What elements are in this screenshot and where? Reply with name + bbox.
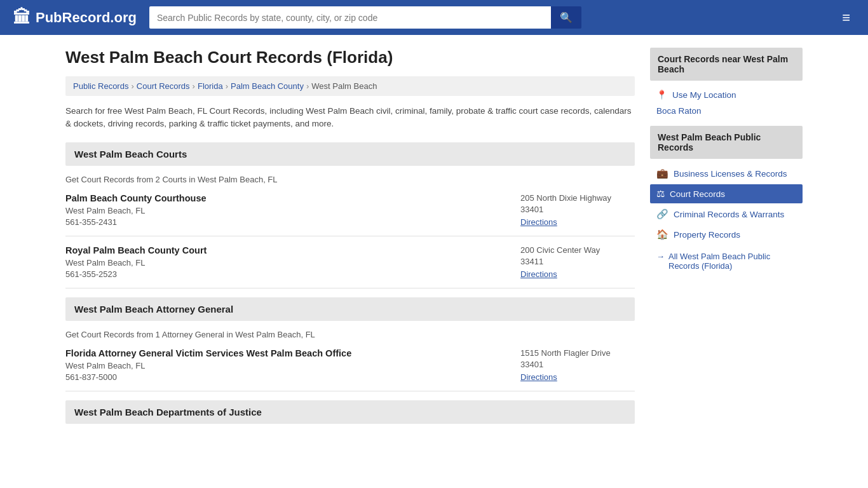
record-city-royal: West Palm Beach, FL [65,258,508,268]
breadcrumb-current: West Palm Beach [311,81,377,91]
briefcase-icon: 💼 [656,168,668,179]
breadcrumb-court-records[interactable]: Court Records [137,81,190,91]
record-entry-ag: Florida Attorney General Victim Services… [65,348,635,391]
record-name-ag: Florida Attorney General Victim Services… [65,348,508,358]
criminal-records-link: Criminal Records & Warrants [674,210,784,219]
use-my-location-label: Use My Location [672,90,736,100]
search-form: 🔍 [149,6,581,29]
record-address-ag: 1515 North Flagler Drive [520,348,635,358]
search-button[interactable]: 🔍 [551,6,581,29]
breadcrumb-sep-2: › [193,81,195,91]
court-records-link: Court Records [670,189,725,199]
doj-section-header: West Palm Beach Departments of Justice [65,400,635,424]
business-licenses-link: Business Licenses & Records [674,169,787,179]
menu-button[interactable]: ≡ [837,7,855,29]
logo-text: PubRecord.org [36,10,137,26]
record-name-royal: Royal Palm Beach County Court [65,245,508,255]
page-description: Search for free West Palm Beach, FL Cour… [65,105,635,131]
directions-courthouse[interactable]: Directions [520,217,557,227]
sidebar-item-property-records[interactable]: 🏠 Property Records [650,225,803,244]
search-input[interactable] [149,6,551,29]
page-title: West Palm Beach Court Records (Florida) [65,48,635,67]
record-right-royal: 200 Civic Center Way 33411 Directions [508,245,635,279]
hamburger-icon: ≡ [842,10,850,25]
breadcrumb-sep-4: › [306,81,309,91]
main-container: West Palm Beach Court Records (Florida) … [53,35,815,445]
record-phone-ag: 561-837-5000 [65,372,508,382]
sidebar-item-business-licenses[interactable]: 💼 Business Licenses & Records [650,164,803,183]
breadcrumb: Public Records › Court Records › Florida… [65,76,635,96]
logo-icon: 🏛 [13,7,31,28]
directions-ag[interactable]: Directions [520,372,557,382]
record-left-courthouse: Palm Beach County Courthouse West Palm B… [65,193,508,227]
record-phone-courthouse: 561-355-2431 [65,217,508,227]
breadcrumb-sep-1: › [131,81,133,91]
courts-section-header: West Palm Beach Courts [65,142,635,166]
ag-section-header: West Palm Beach Attorney General [65,297,635,321]
breadcrumb-palm-beach-county[interactable]: Palm Beach County [231,81,304,91]
record-zip-royal: 33411 [520,257,635,266]
record-zip-ag: 33401 [520,360,635,369]
arrow-icon: → [656,252,665,261]
sidebar-near-title: Court Records near West Palm Beach [650,48,803,81]
record-left-ag: Florida Attorney General Victim Services… [65,348,508,382]
record-address-royal: 200 Civic Center Way [520,245,635,255]
record-left-royal: Royal Palm Beach County Court West Palm … [65,245,508,279]
record-city-ag: West Palm Beach, FL [65,361,508,370]
record-entry-royal: Royal Palm Beach County Court West Palm … [65,245,635,288]
breadcrumb-public-records[interactable]: Public Records [73,81,128,91]
sidebar: Court Records near West Palm Beach 📍 Use… [650,48,803,433]
sidebar-item-criminal-records[interactable]: 🔗 Criminal Records & Warrants [650,205,803,224]
courts-sub-desc: Get Court Records from 2 Courts in West … [65,175,635,184]
directions-royal[interactable]: Directions [520,269,557,279]
content-area: West Palm Beach Court Records (Florida) … [65,48,635,433]
header: 🏛 PubRecord.org 🔍 ≡ [0,0,868,35]
location-icon: 📍 [656,90,667,100]
record-phone-royal: 561-355-2523 [65,269,508,279]
record-right-ag: 1515 North Flagler Drive 33401 Direction… [508,348,635,382]
house-icon: 🏠 [656,229,668,240]
property-records-link: Property Records [674,230,740,240]
record-right-courthouse: 205 North Dixie Highway 33401 Directions [508,193,635,227]
search-icon: 🔍 [560,12,573,23]
all-records-label: All West Palm Beach Public Records (Flor… [668,252,796,271]
sidebar-item-court-records[interactable]: ⚖ Court Records [650,184,803,203]
ag-sub-desc: Get Court Records from 1 Attorney Genera… [65,330,635,339]
chain-icon: 🔗 [656,208,668,220]
breadcrumb-florida[interactable]: Florida [198,81,223,91]
breadcrumb-sep-3: › [226,81,228,91]
scales-icon: ⚖ [656,188,665,200]
record-name-courthouse: Palm Beach County Courthouse [65,193,508,203]
sidebar-use-my-location[interactable]: 📍 Use My Location [650,86,803,104]
all-records-link[interactable]: → All West Palm Beach Public Records (Fl… [650,247,803,276]
record-address-courthouse: 205 North Dixie Highway [520,193,635,203]
sidebar-boca-raton[interactable]: Boca Raton [650,104,803,118]
record-entry-courthouse: Palm Beach County Courthouse West Palm B… [65,193,635,236]
record-zip-courthouse: 33401 [520,205,635,214]
logo[interactable]: 🏛 PubRecord.org [13,7,137,28]
record-city-courthouse: West Palm Beach, FL [65,206,508,215]
sidebar-public-records-title: West Palm Beach Public Records [650,126,803,159]
